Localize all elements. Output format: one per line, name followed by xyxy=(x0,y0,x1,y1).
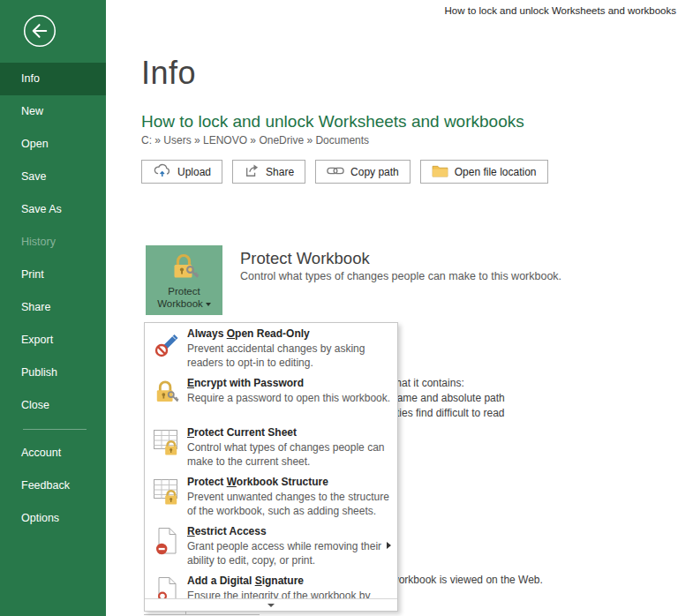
back-arrow-icon xyxy=(22,36,57,51)
folder-icon xyxy=(432,164,448,180)
submenu-arrow-icon xyxy=(387,542,391,549)
menu-item-text: Protect Workbook Structure Prevent unwan… xyxy=(187,476,392,521)
menu-item-text: Protect Current Sheet Control what types… xyxy=(187,426,392,471)
menu-item-restrict-access[interactable]: Restrict Access Grant people access whil… xyxy=(145,521,397,570)
backstage-sidebar: Info New Open Save Save As History Print… xyxy=(0,0,106,616)
protect-workbook-button[interactable]: Protect Workbook xyxy=(146,245,222,315)
open-file-location-button-label: Open file location xyxy=(455,166,537,178)
sidebar-item-feedback[interactable]: Feedback xyxy=(0,470,106,502)
sidebar-item-new[interactable]: New xyxy=(0,95,106,128)
sidebar-item-publish[interactable]: Publish xyxy=(0,357,106,389)
protect-button-label-line1: Protect xyxy=(168,285,200,297)
breadcrumb: C: » Users » LENOVO » OneDrive » Documen… xyxy=(141,134,369,146)
copy-path-button[interactable]: Copy path xyxy=(315,160,411,184)
menu-scroll-down[interactable] xyxy=(145,598,397,611)
background-text-fragment: ilities find difficult to read xyxy=(389,407,505,419)
menu-item-text: Encrypt with Password Require a password… xyxy=(187,377,392,422)
copy-path-button-label: Copy path xyxy=(350,166,399,178)
protect-section-description: Control what types of changes people can… xyxy=(240,270,561,282)
dropdown-caret-icon xyxy=(206,303,211,306)
open-file-location-button[interactable]: Open file location xyxy=(420,160,548,184)
scroll-down-caret-icon xyxy=(267,604,275,607)
readonly-pencil-icon xyxy=(152,328,182,358)
share-button[interactable]: Share xyxy=(232,160,305,184)
sidebar-item-open[interactable]: Open xyxy=(0,128,106,161)
sidebar-item-info[interactable]: Info xyxy=(0,63,106,95)
background-box-edge xyxy=(144,614,260,615)
menu-item-protect-workbook-structure[interactable]: Protect Workbook Structure Prevent unwan… xyxy=(145,471,397,521)
menu-item-always-open-read-only[interactable]: Always Open Read-Only Prevent accidental… xyxy=(145,323,397,372)
lock-key-icon xyxy=(152,378,182,408)
cloud-upload-icon xyxy=(153,163,171,180)
excel-backstage-info-view: How to lock and unlock Worksheets and wo… xyxy=(0,0,678,616)
sidebar-item-options[interactable]: Options xyxy=(0,502,106,535)
document-title: How to lock and unlock Worksheets and wo… xyxy=(141,112,524,131)
menu-item-text: Restrict Access Grant people access whil… xyxy=(187,525,392,570)
menu-item-text: Always Open Read-Only Prevent accidental… xyxy=(187,327,392,372)
protect-workbook-menu: Always Open Read-Only Prevent accidental… xyxy=(144,322,398,612)
menu-item-protect-current-sheet[interactable]: Protect Current Sheet Control what types… xyxy=(145,422,397,471)
sheet-lock-icon xyxy=(152,477,182,507)
sidebar-item-share[interactable]: Share xyxy=(0,291,106,324)
back-button[interactable] xyxy=(22,13,57,49)
sidebar-item-account[interactable]: Account xyxy=(0,437,106,470)
document-actions: Upload Share Copy path xyxy=(141,160,548,184)
sidebar-item-save[interactable]: Save xyxy=(0,161,106,193)
lock-key-icon xyxy=(169,245,200,285)
sheet-lock-icon xyxy=(152,427,182,457)
background-text-fragment: name and absolute path xyxy=(391,392,505,404)
share-button-label: Share xyxy=(266,166,294,178)
sidebar-item-close[interactable]: Close xyxy=(0,389,106,422)
share-icon xyxy=(244,163,260,180)
sidebar-item-save-as[interactable]: Save As xyxy=(0,193,106,226)
link-icon xyxy=(327,165,344,179)
page-title: Info xyxy=(141,55,196,92)
sidebar-item-print[interactable]: Print xyxy=(0,259,106,291)
sidebar-item-history: History xyxy=(0,226,106,259)
sidebar-separator xyxy=(23,429,87,430)
backstage-nav: Info New Open Save Save As History Print… xyxy=(0,63,106,535)
sidebar-item-export[interactable]: Export xyxy=(0,324,106,357)
doc-restrict-icon xyxy=(152,526,182,556)
background-text-fragment: workbook is viewed on the Web. xyxy=(391,574,543,586)
protect-section-heading: Protect Workbook xyxy=(240,249,370,268)
upload-button[interactable]: Upload xyxy=(141,160,222,184)
window-title: How to lock and unlock Worksheets and wo… xyxy=(444,5,676,16)
background-text-fragment: that it contains: xyxy=(393,377,464,389)
upload-button-label: Upload xyxy=(177,166,211,178)
protect-button-label-line2: Workbook xyxy=(157,298,203,309)
menu-item-encrypt-with-password[interactable]: Encrypt with Password Require a password… xyxy=(145,372,397,422)
